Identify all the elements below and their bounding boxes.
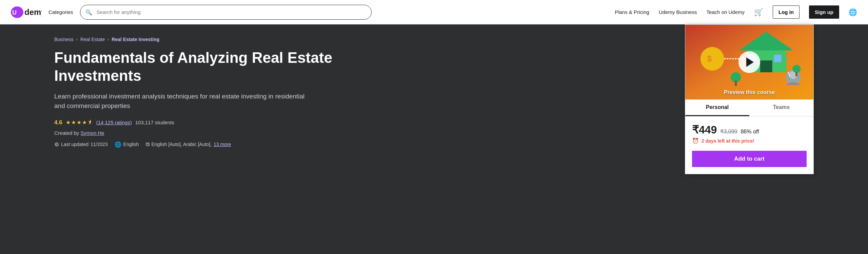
card-tabs: Personal Teams: [685, 99, 813, 116]
urgency-text: 2 days left at this price!: [702, 138, 754, 144]
urgency-days: 2 days: [702, 138, 716, 144]
breadcrumb: Business › Real Estate › Real Estate Inv…: [54, 37, 339, 42]
rating-row: 4.6 ★ ★ ★ ★ ⯨ (14,125 ratings) 103,117 s…: [54, 119, 339, 126]
meta-updated: ⚙ Last updated 11/2023: [54, 141, 108, 148]
search-bar: 🔍: [80, 5, 372, 20]
meta-row: ⚙ Last updated 11/2023 🌐 English ⧉ Engli…: [54, 141, 339, 148]
navbar: U demy Categories 🔍 Plans & Pricing Udem…: [0, 0, 868, 24]
course-description: Learn professional investment analysis t…: [54, 92, 312, 111]
svg-rect-7: [774, 55, 782, 62]
categories-link[interactable]: Categories: [48, 9, 73, 15]
svg-text:demy: demy: [24, 7, 42, 17]
svg-rect-15: [735, 81, 737, 86]
add-to-cart-button[interactable]: Add to cart: [692, 151, 807, 167]
breadcrumb-business[interactable]: Business: [54, 37, 74, 42]
stars: ★ ★ ★ ★ ⯨: [66, 119, 93, 126]
meta-captions-text: English [Auto], Arabic [Auto],: [152, 142, 212, 147]
svg-text:U: U: [12, 9, 17, 16]
course-title: Fundamentals of Analyzing Real Estate In…: [54, 49, 339, 85]
breadcrumb-sep-1: ›: [76, 37, 78, 42]
nav-link-business[interactable]: Udemy Business: [659, 9, 697, 15]
play-button[interactable]: [738, 51, 760, 73]
captions-icon: ⧉: [146, 141, 150, 147]
urgency-row: ⏰ 2 days left at this price!: [692, 138, 807, 144]
meta-language: 🌐 English: [115, 141, 139, 148]
breadcrumb-investing[interactable]: Real Estate Investing: [112, 37, 159, 42]
svg-rect-5: [760, 60, 772, 72]
nav-links: Plans & Pricing Udemy Business Teach on …: [615, 5, 857, 19]
rating-count[interactable]: (14,125 ratings): [96, 120, 132, 125]
meta-more-link[interactable]: 13 more: [214, 142, 231, 147]
tab-teams[interactable]: Teams: [749, 99, 813, 116]
student-count: 103,117 students: [135, 120, 174, 125]
globe-icon[interactable]: 🌐: [849, 8, 857, 16]
star-4: ★: [82, 119, 87, 126]
globe-meta-icon: ⚙: [54, 141, 59, 148]
search-icon: 🔍: [85, 9, 92, 15]
price-row: ₹449 ₹3,099 86% off: [692, 123, 807, 136]
preview-label: Preview this course: [724, 89, 775, 95]
star-2: ★: [71, 119, 76, 126]
course-card: $ Preview this course Personal: [685, 24, 814, 174]
author-row: Created by Symon He: [54, 130, 339, 136]
nav-link-teach[interactable]: Teach on Udemy: [706, 9, 745, 15]
cart-icon[interactable]: 🛒: [754, 8, 763, 17]
svg-point-8: [701, 47, 724, 71]
alarm-icon: ⏰: [692, 138, 699, 144]
star-3: ★: [77, 119, 81, 126]
breadcrumb-realestate[interactable]: Real Estate: [80, 37, 105, 42]
price-original: ₹3,099: [720, 128, 737, 135]
svg-rect-17: [795, 72, 797, 76]
logo[interactable]: U demy: [11, 6, 42, 18]
login-button[interactable]: Log in: [773, 5, 800, 19]
course-info: Business › Real Estate › Real Estate Inv…: [54, 37, 353, 242]
price-discount: 86% off: [741, 129, 759, 135]
course-preview[interactable]: $ Preview this course: [685, 25, 813, 99]
author-label: Created by: [54, 130, 79, 136]
nav-link-plans[interactable]: Plans & Pricing: [615, 9, 649, 15]
star-1: ★: [66, 119, 71, 126]
meta-updated-label: Last updated: [61, 142, 88, 147]
author-link[interactable]: Symon He: [81, 130, 104, 136]
card-body: ₹449 ₹3,099 86% off ⏰ 2 days left at thi…: [685, 116, 813, 174]
breadcrumb-sep-2: ›: [107, 37, 109, 42]
urgency-suffix: left at this price!: [717, 138, 754, 144]
tab-personal[interactable]: Personal: [685, 99, 749, 116]
price-current: ₹449: [692, 123, 717, 136]
svg-point-16: [792, 65, 801, 73]
meta-updated-value: 11/2023: [91, 142, 108, 147]
rating-number: 4.6: [54, 119, 62, 126]
language-icon: 🌐: [115, 141, 121, 148]
star-5-half: ⯨: [87, 119, 93, 126]
meta-captions: ⧉ English [Auto], Arabic [Auto], 13 more: [146, 141, 231, 147]
meta-language-value: English: [123, 142, 139, 147]
hero-section: Business › Real Estate › Real Estate Inv…: [0, 24, 868, 254]
signup-button[interactable]: Sign up: [809, 5, 839, 19]
play-triangle-icon: [746, 57, 754, 67]
search-input[interactable]: [80, 5, 372, 20]
svg-text:$: $: [707, 54, 712, 63]
